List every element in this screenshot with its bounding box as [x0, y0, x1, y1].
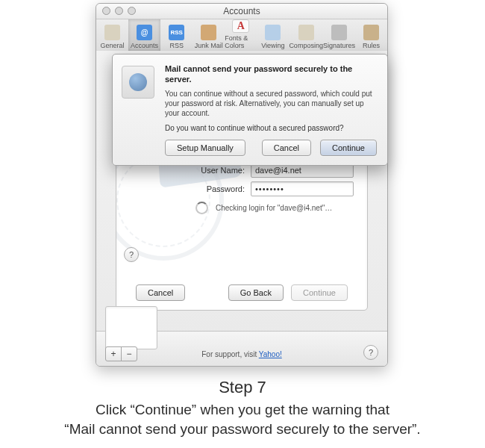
toolbar-label: Signatures	[323, 42, 355, 49]
alert-continue-button[interactable]: Continue	[320, 140, 377, 156]
footer-help-button[interactable]: ?	[363, 345, 378, 360]
cancel-button[interactable]: Cancel	[136, 284, 185, 301]
password-row: Password: ••••••••	[185, 181, 354, 197]
minimize-icon[interactable]	[115, 7, 123, 15]
status-row: Checking login for "dave@i4.net"…	[195, 202, 332, 214]
password-field[interactable]: ••••••••	[251, 181, 354, 196]
switch-icon	[104, 25, 120, 40]
zoom-icon[interactable]	[128, 7, 136, 15]
toolbar-label: Junk Mail	[195, 42, 223, 49]
ruler-icon	[363, 25, 379, 40]
toolbar-item-general[interactable]: General	[96, 19, 128, 51]
alert-buttons: Setup Manually Cancel Continue	[165, 140, 377, 156]
toolbar-label: General	[101, 42, 125, 49]
caption-line-2: “Mail cannot send your password securely…	[64, 421, 420, 437]
status-text: Checking login for "dave@i4.net"…	[216, 204, 332, 212]
window-title: Accounts	[223, 6, 260, 16]
alert-body: You can continue without a secured passw…	[165, 89, 377, 118]
toolbar-item-rules[interactable]: Rules	[355, 19, 387, 51]
toolbar-label: RSS	[169, 42, 184, 49]
toolbar-label: Composing	[289, 42, 323, 49]
at-icon: @	[137, 25, 152, 40]
caption-line-1: Click “Continue” when you get the warnin…	[96, 402, 389, 417]
eye-icon	[265, 25, 281, 40]
toolbar-item-accounts[interactable]: @Accounts	[128, 19, 160, 51]
traffic-lights	[102, 7, 136, 15]
toolbar-label: Fonts & Colors	[225, 34, 257, 49]
username-label: User Name:	[185, 166, 245, 175]
alert-question: Do you want to continue without a secure…	[165, 124, 377, 132]
password-warning-alert: Mail cannot send your password securely …	[112, 54, 388, 166]
alert-title: Mail cannot send your password securely …	[165, 63, 377, 84]
toolbar-label: Rules	[363, 42, 380, 49]
close-icon[interactable]	[102, 7, 110, 15]
pen-icon	[331, 25, 347, 40]
toolbar-item-fonts-colors[interactable]: AFonts & Colors	[225, 19, 257, 51]
preferences-toolbar: General@AccountsRSSRSSJunk MailAFonts & …	[96, 19, 387, 52]
toolbar-item-junk-mail[interactable]: Junk Mail	[193, 19, 225, 51]
toolbar-item-rss[interactable]: RSSRSS	[160, 19, 193, 51]
support-link[interactable]: Yahoo!	[259, 350, 282, 358]
accounts-list[interactable]	[105, 306, 157, 349]
alert-app-icon	[122, 66, 154, 99]
mail-stamp-icon	[122, 66, 154, 99]
spinner-icon	[195, 202, 208, 214]
toolbar-item-composing[interactable]: Composing	[289, 19, 323, 51]
support-text: For support, visit Yahoo!	[96, 350, 387, 358]
sheet-nav: Cancel Go Back Continue	[116, 284, 367, 301]
toolbar-item-viewing[interactable]: Viewing	[257, 19, 289, 51]
toolbar-label: Viewing	[261, 42, 284, 49]
alert-cancel-button[interactable]: Cancel	[262, 140, 311, 156]
titlebar: Accounts	[96, 4, 387, 19]
help-button[interactable]: ?	[124, 247, 139, 262]
step-heading: Step 7	[0, 378, 485, 397]
pencil-icon	[298, 25, 314, 40]
toolbar-label: Accounts	[131, 42, 158, 49]
rss-icon: RSS	[169, 25, 184, 40]
continue-button: Continue	[291, 284, 348, 301]
trash-icon	[201, 25, 216, 40]
font-icon: A	[232, 19, 249, 33]
setup-manually-button[interactable]: Setup Manually	[165, 140, 245, 156]
toolbar-item-signatures[interactable]: Signatures	[323, 19, 355, 51]
window-footer: + − For support, visit Yahoo! ?	[96, 331, 387, 366]
instruction-caption: Step 7 Click “Continue” when you get the…	[0, 378, 485, 439]
password-label: Password:	[185, 184, 245, 193]
go-back-button[interactable]: Go Back	[228, 284, 284, 301]
